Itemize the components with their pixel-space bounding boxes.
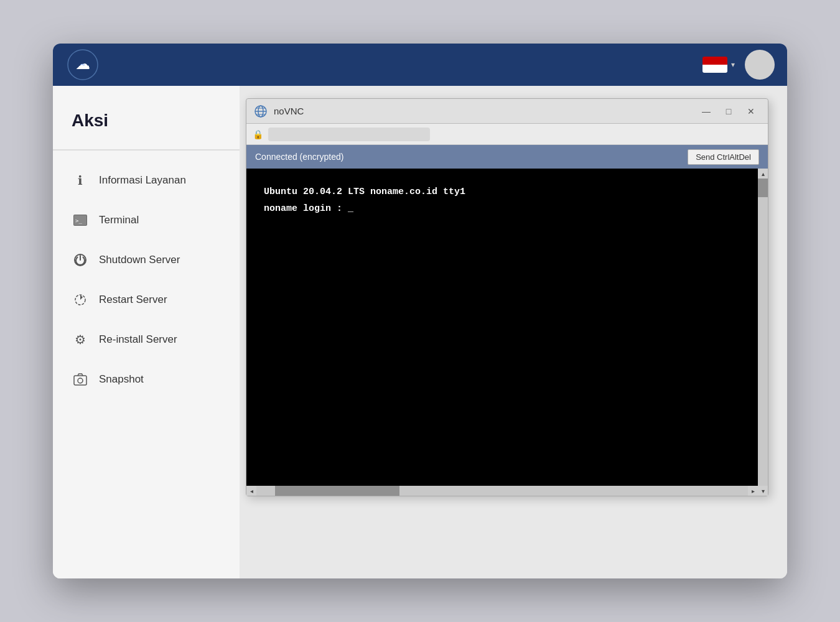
sidebar-label-terminal: Terminal: [99, 214, 139, 226]
flag-dropdown-arrow: ▾: [731, 60, 735, 69]
scroll-up-arrow[interactable]: ▴: [758, 169, 768, 179]
vertical-scroll-thumb[interactable]: [758, 179, 768, 197]
minimize-button[interactable]: —: [697, 104, 716, 119]
snapshot-icon: [72, 371, 89, 388]
sidebar-item-informasi-layanan[interactable]: ℹ Informasi Layanan: [53, 160, 240, 200]
sidebar-item-reinstall-server[interactable]: ⚙ Re-install Server: [53, 320, 240, 360]
user-avatar[interactable]: [745, 50, 775, 80]
novnc-globe-icon: [254, 104, 268, 118]
horizontal-scrollbar[interactable]: ◂ ▸: [246, 486, 758, 496]
close-button[interactable]: ✕: [742, 104, 760, 119]
restart-icon: [72, 291, 89, 309]
svg-point-10: [78, 378, 83, 383]
sidebar-item-terminal[interactable]: >_ Terminal: [53, 200, 240, 240]
sidebar-title: Aksi: [53, 98, 240, 151]
sidebar-label-snapshot: Snapshot: [99, 373, 144, 386]
novnc-urlbar: 🔒: [246, 124, 768, 145]
browser-content: Aksi ℹ Informasi Layanan >_ Terminal: [53, 86, 787, 578]
sidebar-item-snapshot[interactable]: Snapshot: [53, 360, 240, 399]
svg-text:>_: >_: [75, 218, 82, 224]
window-controls: — □ ✕: [697, 104, 760, 119]
sidebar-item-restart-server[interactable]: Restart Server: [53, 280, 240, 320]
novnc-screen-with-scroll: Ubuntu 20.04.2 LTS noname.co.id tty1 non…: [246, 169, 758, 496]
terminal-icon: >_: [72, 211, 89, 229]
sidebar: Aksi ℹ Informasi Layanan >_ Terminal: [53, 86, 240, 578]
reinstall-icon: ⚙: [72, 331, 89, 348]
novnc-window: noVNC — □ ✕ 🔒 Connected (encrypted) Send…: [246, 98, 768, 496]
novnc-status-text: Connected (encrypted): [255, 152, 688, 162]
svg-text:~: ~: [80, 60, 85, 70]
language-selector[interactable]: ▾: [702, 57, 735, 73]
vnc-terminal-output: Ubuntu 20.04.2 LTS noname.co.id tty1 non…: [246, 169, 758, 232]
sidebar-item-shutdown-server[interactable]: Shutdown Server: [53, 240, 240, 280]
sidebar-menu: ℹ Informasi Layanan >_ Terminal: [53, 151, 240, 409]
flag-icon: [702, 57, 727, 73]
novnc-titlebar: noVNC — □ ✕: [246, 99, 768, 124]
novnc-screen[interactable]: Ubuntu 20.04.2 LTS noname.co.id tty1 non…: [246, 169, 758, 486]
scroll-right-arrow[interactable]: ▸: [748, 486, 758, 496]
url-bar[interactable]: [268, 128, 430, 141]
novnc-title: noVNC: [274, 106, 691, 116]
horizontal-scroll-track[interactable]: [256, 486, 748, 496]
info-icon: ℹ: [72, 172, 89, 189]
sidebar-label-restart-server: Restart Server: [99, 294, 167, 306]
sidebar-label-shutdown-server: Shutdown Server: [99, 254, 180, 266]
vertical-scrollbar[interactable]: ▴ ▾: [758, 169, 768, 496]
sidebar-label-informasi-layanan: Informasi Layanan: [99, 174, 186, 187]
horizontal-scroll-thumb[interactable]: [275, 486, 399, 496]
novnc-container: noVNC — □ ✕ 🔒 Connected (encrypted) Send…: [240, 86, 787, 578]
vertical-scroll-track[interactable]: [758, 179, 768, 486]
terminal-line-1: Ubuntu 20.04.2 LTS noname.co.id tty1: [264, 183, 740, 200]
app-logo: ☁ ~: [65, 47, 100, 82]
maximize-button[interactable]: □: [719, 104, 738, 119]
lock-icon: 🔒: [253, 129, 263, 139]
terminal-line-2: noname login : _: [264, 200, 740, 217]
browser-window: ☁ ~ ▾ Aksi ℹ Informasi Layanan: [53, 44, 787, 578]
shutdown-icon: [72, 251, 89, 269]
scroll-left-arrow[interactable]: ◂: [246, 486, 256, 496]
sidebar-label-reinstall-server: Re-install Server: [99, 333, 177, 346]
browser-topbar: ☁ ~ ▾: [53, 44, 787, 86]
scroll-down-arrow[interactable]: ▾: [758, 486, 768, 496]
send-ctrl-alt-del-button[interactable]: Send CtrlAltDel: [688, 149, 759, 165]
novnc-screen-area: Ubuntu 20.04.2 LTS noname.co.id tty1 non…: [246, 169, 768, 496]
novnc-statusbar: Connected (encrypted) Send CtrlAltDel: [246, 145, 768, 169]
